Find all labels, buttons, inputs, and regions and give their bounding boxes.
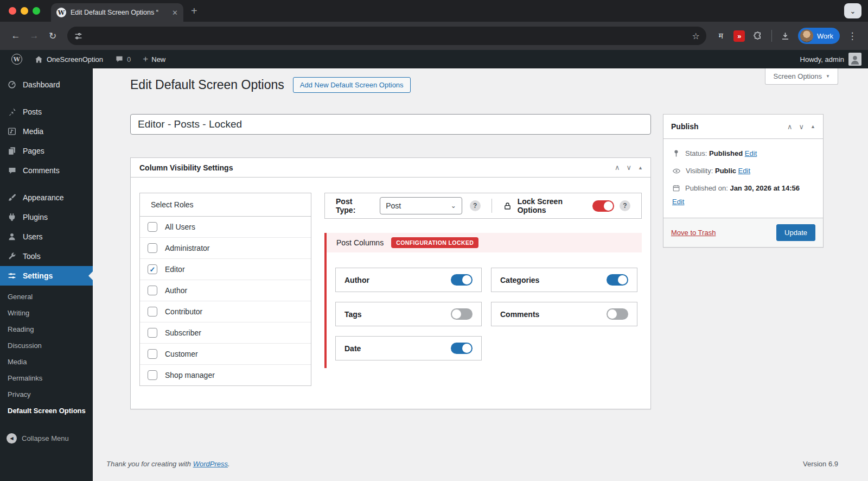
address-bar[interactable]: ☆ [67, 27, 706, 45]
tab-close-icon[interactable]: ✕ [172, 9, 178, 17]
checkbox[interactable] [148, 264, 157, 274]
brush-icon [7, 193, 17, 202]
extension-devanagari-icon[interactable]: म [713, 31, 729, 41]
checkbox[interactable] [148, 286, 157, 295]
submenu-default-screen-options[interactable]: Default Screen Options [0, 403, 93, 419]
submenu-permalinks[interactable]: Permalinks [0, 370, 93, 387]
comments-menu[interactable]: 0 [110, 50, 136, 68]
submenu-media[interactable]: Media [0, 354, 93, 370]
submenu-writing[interactable]: Writing [0, 305, 93, 321]
extension-forward-icon[interactable]: » [731, 30, 748, 42]
post-columns-title: Post Columns [336, 238, 384, 247]
wordpress-link[interactable]: WordPress [193, 460, 228, 468]
column-card-categories: Categories [491, 268, 637, 292]
checkbox[interactable] [148, 328, 157, 338]
sidebar-item-posts[interactable]: Posts [0, 102, 93, 122]
submenu-discussion[interactable]: Discussion [0, 338, 93, 354]
back-icon[interactable]: ← [8, 30, 24, 41]
collapse-panel-icon[interactable]: ▲ [638, 165, 643, 170]
role-row-customer: Customer [140, 344, 311, 365]
submenu-general[interactable]: General [0, 289, 93, 305]
edit-published-link[interactable]: Edit [672, 198, 684, 206]
screen-options-tab[interactable]: Screen Options ▼ [765, 68, 838, 85]
move-down-icon[interactable]: ∨ [627, 163, 632, 172]
tab-search-chevron-icon[interactable]: ⌄ [844, 3, 861, 18]
browser-menu-icon[interactable]: ⋮ [844, 30, 860, 42]
bookmark-star-icon[interactable]: ☆ [692, 31, 700, 41]
sidebar-item-appearance[interactable]: Appearance [0, 188, 93, 207]
window-zoom-button[interactable] [33, 7, 40, 15]
checkbox[interactable] [148, 222, 157, 232]
post-type-help-icon[interactable]: ? [470, 200, 481, 211]
submenu-privacy[interactable]: Privacy [0, 387, 93, 403]
sidebar-item-pages[interactable]: Pages [0, 141, 93, 161]
site-settings-icon[interactable] [74, 31, 83, 41]
add-new-button[interactable]: Add New Default Screen Options [293, 77, 411, 93]
lock-icon [503, 201, 512, 211]
browser-profile-button[interactable]: Work [798, 28, 840, 44]
window-close-button[interactable] [9, 7, 16, 15]
edit-status-link[interactable]: Edit [745, 149, 757, 157]
visibility-row: Visibility: Public Edit [672, 166, 814, 175]
new-tab-button[interactable]: + [191, 5, 197, 17]
column-card-date: Date [335, 336, 482, 360]
lock-screen-options-toggle[interactable] [592, 200, 614, 212]
visibility-value: Public [715, 167, 736, 175]
my-account-menu[interactable]: Howdy, admin [800, 53, 861, 66]
panel-title: Column Visibility Settings [139, 163, 233, 172]
site-name-menu[interactable]: OneScreenOption [29, 50, 108, 68]
user-icon [7, 232, 17, 242]
author-toggle[interactable] [451, 274, 473, 286]
move-to-trash-link[interactable]: Move to Trash [671, 229, 716, 237]
forward-icon[interactable]: → [26, 30, 42, 41]
tags-toggle[interactable] [451, 308, 473, 320]
downloads-icon[interactable] [777, 31, 794, 41]
sidebar-item-media[interactable]: Media [0, 122, 93, 141]
wp-logo-menu[interactable]: W [7, 50, 27, 68]
browser-tab[interactable]: W Edit Default Screen Options “ ✕ [51, 3, 183, 22]
edit-visibility-link[interactable]: Edit [738, 167, 750, 175]
sidebar-item-plugins[interactable]: Plugins [0, 207, 93, 227]
role-row-all-users: All Users [140, 217, 311, 238]
update-button[interactable]: Update [776, 224, 815, 241]
sidebar-item-dashboard[interactable]: Dashboard [0, 75, 93, 94]
checkbox[interactable] [148, 370, 157, 380]
collapse-panel-icon[interactable]: ▲ [810, 124, 815, 129]
browser-tabstrip: W Edit Default Screen Options “ ✕ + ⌄ [0, 0, 868, 22]
comments-toggle[interactable] [607, 308, 628, 320]
move-down-icon[interactable]: ∨ [799, 123, 805, 131]
media-icon [7, 126, 17, 136]
published-value: Jan 30, 2026 at 14:56 [730, 184, 800, 192]
collapse-menu-button[interactable]: ◀ Collapse Menu [0, 429, 93, 448]
checkbox[interactable] [148, 307, 157, 317]
sidebar-item-settings[interactable]: Settings [0, 266, 93, 286]
window-controls [9, 7, 40, 15]
window-minimize-button[interactable] [21, 7, 28, 15]
categories-toggle[interactable] [607, 274, 628, 286]
sidebar-item-users[interactable]: Users [0, 227, 93, 246]
column-card-comments: Comments [491, 302, 637, 326]
plus-icon: + [143, 54, 148, 65]
sidebar-item-comments[interactable]: Comments [0, 161, 93, 180]
date-toggle[interactable] [451, 343, 473, 354]
chevron-down-icon: ⌄ [451, 202, 456, 210]
comments-icon [7, 166, 17, 175]
post-type-select[interactable]: Post ⌄ [380, 197, 462, 214]
status-value: Published [709, 149, 743, 157]
sidebar-item-tools[interactable]: Tools [0, 246, 93, 266]
settings-submenu: General Writing Reading Discussion Media… [0, 286, 93, 422]
lock-help-icon[interactable]: ? [620, 200, 630, 211]
move-up-icon[interactable]: ∧ [787, 123, 793, 131]
reload-icon[interactable]: ↻ [44, 30, 61, 42]
role-row-editor: Editor [140, 259, 311, 280]
dashboard-icon [7, 80, 17, 90]
submenu-reading[interactable]: Reading [0, 321, 93, 338]
move-up-icon[interactable]: ∧ [615, 163, 620, 172]
checkbox[interactable] [148, 349, 157, 359]
checkbox[interactable] [148, 243, 157, 253]
post-title-input[interactable] [130, 114, 651, 135]
new-label: New [151, 55, 165, 64]
footer-version: Version 6.9 [803, 460, 838, 468]
extensions-puzzle-icon[interactable] [750, 31, 766, 41]
new-content-menu[interactable]: + New [138, 50, 170, 68]
